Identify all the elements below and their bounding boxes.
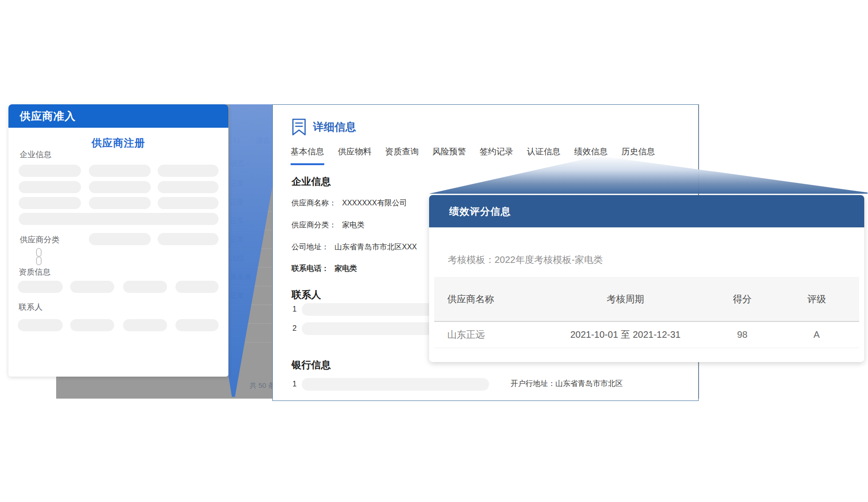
bank-address-label: 开户行地址：山东省青岛市市北区 [511, 379, 623, 389]
skeleton-field [19, 197, 81, 209]
company-info-label: 企业信息 [20, 149, 51, 160]
bank-row-number: 1 [292, 380, 297, 388]
skeleton-field [158, 165, 219, 177]
contact-person-label: 联系人 [19, 302, 43, 313]
skeleton-field [158, 197, 219, 209]
skeleton-field [18, 281, 63, 293]
page: （1） 潜在 状态⇅ 正常 正常 正常 正常 冻结 黑名单 正常 共 50 条 … [0, 0, 868, 502]
supplier-access-title: 供应商准入 [20, 109, 76, 124]
contact-phone-row: 联系电话：家电类 [292, 264, 357, 274]
tab-qualification-query[interactable]: 资质查询 [385, 146, 419, 165]
skeleton-field [89, 233, 151, 245]
performance-table-header: 供应商名称 考核周期 得分 评级 [434, 277, 859, 322]
contact-person-heading: 联系人 [292, 288, 321, 301]
column-grade: 评级 [774, 293, 859, 306]
skeleton-field [158, 181, 219, 193]
form-title: 供应商注册 [8, 136, 228, 150]
skeleton-field [123, 319, 167, 331]
skeleton-field [158, 233, 219, 245]
contact-row-number: 2 [292, 324, 297, 333]
skeleton-field [89, 181, 151, 193]
tab-risk-warning[interactable]: 风险预警 [432, 146, 466, 165]
skeleton-field [89, 165, 151, 177]
performance-score-card: 绩效评分信息 考核模板：2022年度考核模板-家电类 供应商名称 考核周期 得分… [429, 195, 864, 362]
tab-basic-info[interactable]: 基本信息 [291, 146, 324, 165]
performance-table-row: 山东正远 2021-10-01 至 2021-12-31 98 A [434, 322, 859, 348]
contact-row-number: 1 [292, 305, 297, 313]
score-cell: 98 [710, 329, 774, 340]
column-assessment-period: 考核周期 [540, 293, 710, 306]
company-info-heading: 企业信息 [292, 175, 331, 188]
skeleton-field [89, 197, 151, 209]
supplier-category-label: 供应商分类 [20, 234, 59, 245]
total-count-label: 共 50 条 [249, 381, 275, 390]
column-supplier-name: 供应商名称 [434, 293, 540, 306]
chain-link-icon [34, 247, 44, 268]
skeleton-field [175, 281, 219, 293]
grade-cell: A [774, 329, 859, 340]
detail-info-title: 详细信息 [313, 120, 356, 134]
supplier-register-form: 供应商注册 企业信息 供应商分类 资质信息 [8, 128, 228, 377]
skeleton-field [19, 181, 81, 193]
bookmark-document-icon [291, 118, 307, 138]
skeleton-field [70, 319, 114, 331]
assessment-template-label: 考核模板：2022年度考核模板-家电类 [448, 254, 603, 266]
skeleton-field [70, 281, 114, 293]
supplier-name-cell: 山东正远 [434, 328, 540, 341]
tab-signing-records[interactable]: 签约记录 [480, 146, 513, 165]
tab-certification-info[interactable]: 认证信息 [527, 146, 561, 165]
skeleton-field [18, 319, 63, 331]
skeleton-field [302, 378, 489, 391]
performance-table: 供应商名称 考核周期 得分 评级 山东正远 2021-10-01 至 2021-… [434, 277, 859, 348]
skeleton-field [19, 165, 81, 177]
performance-score-title: 绩效评分信息 [449, 205, 511, 218]
assessment-period-cell: 2021-10-01 至 2021-12-31 [540, 328, 710, 341]
supplier-name-row: 供应商名称：XXXXXXX有限公司 [292, 198, 407, 208]
skeleton-field [19, 213, 219, 225]
bank-info-heading: 银行信息 [292, 358, 331, 371]
company-address-row: 公司地址：山东省青岛市市北区XXX [292, 242, 417, 252]
supplier-access-header: 供应商准入 [8, 104, 228, 128]
column-score: 得分 [710, 293, 774, 306]
qualification-info-label: 资质信息 [19, 267, 51, 277]
skeleton-field [175, 319, 219, 331]
tab-supply-materials[interactable]: 供应物料 [338, 146, 372, 165]
performance-score-header: 绩效评分信息 [429, 195, 864, 227]
supplier-category-row: 供应商分类：家电类 [292, 220, 365, 230]
supplier-access-card: 供应商准入 供应商注册 企业信息 供应商分类 资 [8, 104, 228, 377]
skeleton-field [123, 281, 167, 293]
